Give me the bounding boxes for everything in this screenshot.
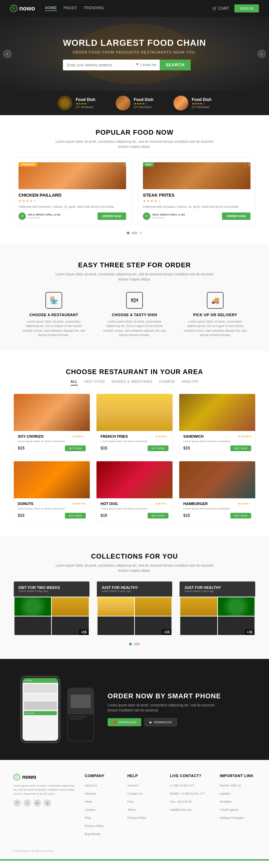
order-btn-2[interactable]: ORDER NOW <box>222 213 250 220</box>
buy-btn-hamburger[interactable]: BUY NOW <box>230 513 251 519</box>
item-img-sandwich <box>179 394 255 431</box>
android-download-button[interactable]: ▶ DOWNLOAD <box>144 718 177 726</box>
item-img-donuts <box>14 461 90 498</box>
step-restaurant-desc: Lorem ipsum dolor sit amet, consectetur … <box>20 319 88 338</box>
footer-fax[interactable]: Fax: +58 156 52 <box>170 800 192 803</box>
coll-dot-2[interactable] <box>134 643 140 646</box>
filter-chinese[interactable]: CHINESE <box>159 378 175 385</box>
footer-help-col: HELP Account Contact Us FAQ Terms Privac… <box>128 774 163 838</box>
app-content: ORDER NOW BY SMART PHONE Lorem ipsum dol… <box>108 692 222 726</box>
footer-link-groblent[interactable]: Groblent <box>220 800 231 803</box>
nav-trending[interactable]: TRENDING <box>84 6 104 11</box>
footer-link-terms[interactable]: Terms <box>128 808 136 811</box>
collection-subtitle-diet: Latest added 5 days ago <box>19 590 85 593</box>
footer-link-bug[interactable]: Bug Bounty <box>85 832 101 836</box>
step-delivery: 🚚 PICK UP OR DELIVERY Lorem ipsum dolor … <box>181 292 249 338</box>
item-img-soy-chorizo <box>14 394 90 431</box>
footer-link-privacy[interactable]: Privacy Policy <box>85 824 104 828</box>
item-stars-donuts: ★★★★★ <box>72 502 86 505</box>
search-button[interactable]: SEARCH <box>160 60 191 70</box>
buy-btn-hotdog[interactable]: BUY NOW <box>147 513 168 519</box>
hero-next-arrow[interactable]: › <box>258 50 266 58</box>
buy-btn-sandwich[interactable]: BUY NOW <box>230 445 251 451</box>
signin-button[interactable]: SIGN IN <box>234 4 259 12</box>
nav-home[interactable]: HOME <box>45 6 57 11</box>
footer-link-news[interactable]: News <box>85 800 93 803</box>
footer-link-privacy-help[interactable]: Privacy Policy <box>128 816 146 819</box>
footer-phone[interactable]: +1 (86-4) 631-177 <box>170 784 194 787</box>
dot-1[interactable] <box>127 231 130 234</box>
phone2-text-1 <box>69 716 88 717</box>
phone-food-item-3 <box>24 701 57 710</box>
food-thumb-info-2: Food Dish ★★★★☆ (37 Reviews) <box>134 97 154 109</box>
footer-link-services[interactable]: Services <box>85 792 97 795</box>
food-thumb-1[interactable]: Food Dish ★★★★☆ (37 Reviews) <box>58 96 96 111</box>
popular-title: POPULAR FOOD NOW <box>13 129 256 136</box>
footer-link-holiday[interactable]: Holiday Packages <box>220 816 244 819</box>
collections-grid: DIET FOR TWO WEEKS Latest added 5 days a… <box>13 581 256 636</box>
item-card-soy-chorizo: SOY CHORIZO ★★★★☆ Lorem ipsum dolor sit … <box>13 394 90 455</box>
footer-mobile[interactable]: Mobile: +1 (86-4) 631-177 <box>170 792 205 795</box>
item-price-sandwich: $15 <box>183 446 190 451</box>
buy-btn-donuts[interactable]: BUY NOW <box>65 513 86 519</box>
footer-link-faq[interactable]: FAQ <box>128 800 134 803</box>
item-stars-sandwich: ★★★★★ <box>238 435 251 438</box>
footer-link-account[interactable]: Account <box>128 784 138 787</box>
social-icons: f t in p <box>13 799 78 807</box>
item-price-hotdog: $15 <box>101 513 107 518</box>
footer-link-partner[interactable]: Partner With Us <box>220 784 241 787</box>
nav-right: 🛒 CART SIGN IN <box>212 4 259 12</box>
footer-link-appidex[interactable]: Appidex <box>220 792 231 795</box>
popular-desc: Lorem ipsum dolor sit amet, consectetur … <box>51 139 218 149</box>
wishlist-icon-1[interactable]: ♡ 0 <box>119 162 126 167</box>
wishlist-icon-2[interactable]: ♡ 0 <box>243 162 250 167</box>
food-thumb-3[interactable]: Food Dish ★★★★☆ (37 Reviews) <box>173 96 211 111</box>
footer-link-about[interactable]: About Us <box>85 784 97 787</box>
collection-title-diet: DIET FOR TWO WEEKS <box>19 586 85 590</box>
coll-img-overlay-diet: +15 <box>79 629 89 635</box>
filter-shakes[interactable]: SHAKES & SMOOTHIES <box>112 378 153 385</box>
food-thumb-img-1 <box>58 96 72 111</box>
social-twitter[interactable]: t <box>24 799 31 807</box>
social-pinterest[interactable]: p <box>44 799 51 807</box>
food-card-2: NEW ♡ 0 STEAK FRITES ★ ★ ★ ★ ★ Flatbread… <box>138 157 256 225</box>
footer-email[interactable]: mail@nowo.com <box>170 808 192 811</box>
coll-img-h2-3 <box>180 617 217 635</box>
buy-btn-soy-chorizo[interactable]: BUY NOW <box>65 445 86 451</box>
item-desc-hamburger: Lorem ipsum dolor sit amet consectetur <box>183 507 251 510</box>
hero-prev-arrow[interactable]: ‹ <box>3 50 11 58</box>
hero-subtitle: ORDER FOOD FROM FAVOURITE RESTAURANTS NE… <box>63 50 206 54</box>
coll-img-diet-2 <box>52 597 89 616</box>
footer-green-bar <box>0 859 269 861</box>
filter-all[interactable]: ALL <box>71 378 78 385</box>
footer-link-careers[interactable]: Careers <box>85 808 96 811</box>
restaurant-avatar-2: W <box>143 213 150 220</box>
ios-download-button[interactable]: 🍎 DOWNLOAD <box>108 718 141 726</box>
step-restaurant: 🏪 CHOOSE A RESTAURANT Lorem ipsum dolor … <box>20 292 88 338</box>
item-desc-sandwich: Lorem ipsum dolor sit amet consectetur <box>183 440 251 443</box>
footer-logo-text: nowo <box>22 774 36 780</box>
locate-button[interactable]: 📍 Locate me <box>132 60 160 69</box>
nav-pages[interactable]: PAGES <box>64 6 77 11</box>
footer-company-col: COMPANY About Us Services News Careers B… <box>85 774 121 838</box>
social-facebook[interactable]: f <box>13 799 21 807</box>
filter-fastfood[interactable]: FAST FOOD <box>85 378 105 385</box>
search-input[interactable] <box>63 60 132 70</box>
footer-link-travel[interactable]: Travel Agents <box>220 808 238 811</box>
logo[interactable]: G nowo <box>10 5 35 12</box>
footer-link-blog[interactable]: Blog <box>85 816 91 819</box>
steps-grid: 🏪 CHOOSE A RESTAURANT Lorem ipsum dolor … <box>13 292 256 338</box>
filter-healthy[interactable]: HEALTHY <box>182 378 198 385</box>
collections-section: COLLECTIONS FOR YOU Lorem ipsum dolor si… <box>0 536 269 659</box>
buy-btn-french-fries[interactable]: BUY NOW <box>147 445 168 451</box>
food-thumb-2[interactable]: Food Dish ★★★★☆ (37 Reviews) <box>116 96 154 111</box>
footer-link-contact[interactable]: Contact Us <box>128 792 142 795</box>
dot-3[interactable] <box>139 231 142 234</box>
navbar: G nowo HOME PAGES TRENDING 🛒 CART SIGN I… <box>0 0 269 17</box>
item-title-sandwich: SANDWICH <box>183 434 204 438</box>
order-btn-1[interactable]: ORDER NOW <box>98 213 126 220</box>
coll-dot-1[interactable] <box>129 643 132 646</box>
dot-2[interactable] <box>132 231 137 234</box>
social-linkedin[interactable]: in <box>34 799 41 807</box>
cart-icon[interactable]: 🛒 CART <box>212 6 229 11</box>
